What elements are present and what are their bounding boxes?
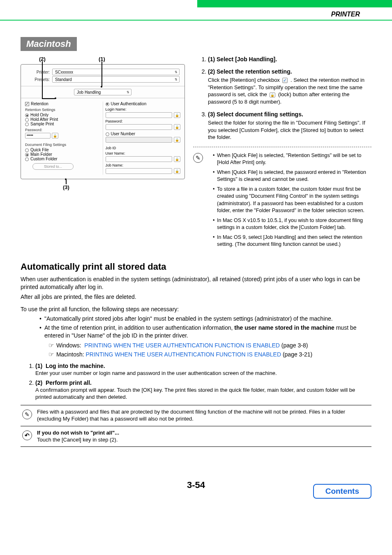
stored-to-button[interactable]: Stored to... [32,163,74,170]
hold-only-radio[interactable]: Hold Only [25,113,100,117]
auto-steps: (1) Log into the machine. Enter your use… [21,363,371,401]
radio-icon [25,123,29,126]
lock-button: 🔒 [174,137,180,143]
pointer-icon: ☞ [48,351,54,358]
header-row: PRINTER [0,7,392,21]
main-folder-radio[interactable]: Main Folder [25,152,100,157]
auto-step-1: (1) Log into the machine. Enter your use… [35,363,371,377]
login-name-field[interactable] [106,112,173,118]
auto-step-2: (2) Perform print all. A confirmation pr… [35,379,371,401]
link-windows-auth[interactable]: PRINTING WHEN THE USER AUTHENTICATION FU… [84,342,280,349]
login-name-label: Login Name: [106,107,181,111]
note-item: In Mac OS 9, select [Job Handling] and t… [213,234,371,248]
printer-select[interactable]: SCxxxxxx⇅ [52,69,180,75]
panel-select[interactable]: Job Handling⇅ [74,89,131,95]
job-id-heading: Job ID [106,146,181,150]
dialog-wrapper: (2) (1) Printer: SCxxxxxx⇅ [21,56,185,189]
retention-checkbox[interactable]: Retention [25,102,100,106]
lock-button[interactable]: 🔒 [174,112,180,118]
note-item: In Mac OS X v10.5 to 10.5.1, if you wish… [213,217,371,231]
chevron-updown-icon: ⇅ [175,70,178,74]
user-number-radio[interactable]: User Number [106,132,181,136]
chevron-updown-icon: ⇅ [127,90,129,94]
doc-filing-heading: Document Filing Settings [25,143,100,147]
auto-heading: Automatically print all stored data [21,261,371,272]
callout-3: (3) [63,184,69,190]
step-2: (2) Select the retention setting. Click … [208,68,371,105]
user-name-label: User Name: [106,151,181,155]
sample-print-radio[interactable]: Sample Print [25,122,100,126]
password-field[interactable]: ••••• [25,133,51,139]
custom-folder-radio[interactable]: Custom Folder [25,157,100,161]
checkbox-icon [25,102,29,106]
step-3: (3) Select document filing settings. Sel… [208,111,371,141]
hold-after-print-radio[interactable]: Hold After Print [25,117,100,122]
print-dialog: Printer: SCxxxxxx⇅ Presets: Standard⇅ [21,64,185,179]
chevron-updown-icon: ⇅ [175,78,178,81]
password-label: Password: [25,128,100,132]
section-header: PRINTER [331,11,360,18]
radio-icon [25,153,29,157]
contents-button[interactable]: Contents [313,484,371,499]
note-block: When [Quick File] is selected, "Retentio… [193,152,371,251]
pointer-icon: ☞ [48,342,54,349]
radio-icon [106,102,109,106]
bullet-item: "Automatically print stored jobs after l… [39,315,371,323]
lock-button[interactable]: 🔒 [174,124,180,130]
radio-icon [25,157,29,161]
steps-list: (1) Select [Job Handling]. (2) Select th… [193,56,371,141]
job-name-field[interactable] [106,168,173,174]
auto-p3: To use the print all function, the follo… [21,305,371,314]
lock-icon: 🔒 [270,92,275,97]
presets-label: Presets: [26,77,50,82]
macintosh-label: Macintosh [21,37,77,51]
retention-settings-heading: Retention Settings [25,108,100,112]
printer-label: Printer: [26,70,50,74]
password-label: Password: [106,119,181,123]
auto-p1: When user authentication is enabled in t… [21,275,371,291]
presets-select[interactable]: Standard⇅ [52,76,180,83]
link-mac-auth[interactable]: PRINTING WHEN THE USER AUTHENTICATION FU… [85,351,281,358]
note-pen-icon [193,153,203,163]
user-number-field[interactable] [106,137,173,143]
dashed-divider [193,147,371,147]
note-item: To store a file in a custom folder, the … [213,186,371,215]
auto-bullets: "Automatically print stored jobs after l… [23,315,371,358]
radio-icon [106,132,109,136]
radio-icon [25,148,29,152]
radio-icon [25,113,29,117]
lock-button[interactable]: 🔒 [174,156,180,162]
quick-file-radio[interactable]: Quick File [25,148,100,152]
radio-icon [25,118,29,122]
note-pen-icon [22,409,32,419]
back-icon [22,430,32,440]
lock-button[interactable]: 🔒 [52,133,58,139]
auth-password-field[interactable] [106,124,173,130]
note-item: When [Quick File] is selected, the passw… [213,169,371,183]
header-green-bar [197,0,392,7]
job-name-label: Job Name: [106,163,181,167]
checkbox-icon [282,78,288,83]
step-1: (1) Select [Job Handling]. [208,56,371,62]
bullet-item: At the time of retention print, in addit… [39,324,371,358]
info-box-1: Files with a password and files that are… [21,405,371,426]
user-auth-radio[interactable]: User Authentication [106,102,181,106]
user-name-field[interactable] [106,156,173,162]
lock-button[interactable]: 🔒 [174,168,180,174]
info-box-2: If you do not wish to "print all"... Tou… [21,426,371,447]
auto-p2: After all jobs are printed, the files ar… [21,293,371,301]
note-item: When [Quick File] is selected, "Retentio… [213,152,371,166]
